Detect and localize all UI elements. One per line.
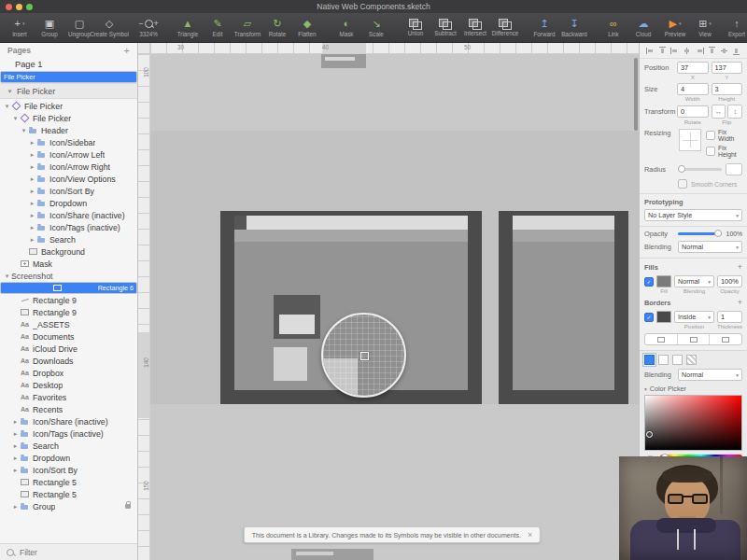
layers-header[interactable]: ▾ File Picker	[0, 83, 137, 99]
layer-row[interactable]: ▾File Picker	[0, 112, 137, 124]
fill-enabled-checkbox[interactable]	[644, 277, 654, 287]
layer-row[interactable]: ▸Dropdown	[0, 197, 137, 209]
transform-button[interactable]: ▱Transform	[233, 18, 261, 37]
union-button[interactable]: Union	[402, 19, 430, 36]
flatten-button[interactable]: ◆Flatten	[293, 18, 321, 37]
add-border-button[interactable]: +	[738, 298, 742, 307]
pixel-window-left-titlebar[interactable]	[234, 216, 468, 230]
color-cursor[interactable]	[646, 431, 653, 438]
solid-color-swatch-selected[interactable]	[644, 355, 655, 365]
add-page-button[interactable]: +	[124, 45, 130, 56]
height-field[interactable]	[712, 83, 743, 95]
disclosure-icon[interactable]: ▸	[28, 139, 36, 147]
layer-row[interactable]: AaFavorites	[0, 391, 137, 403]
pixel-window-right-toolbar[interactable]	[513, 230, 614, 242]
layer-row[interactable]: AaDownloads	[0, 355, 137, 367]
layer-row[interactable]: Aa_ASSETS	[0, 318, 137, 330]
layer-row[interactable]: Rectangle 9	[0, 294, 137, 306]
layer-row[interactable]: ▸Icon/Tags (inactive)	[0, 221, 137, 233]
distribute-vertical-icon[interactable]	[658, 47, 667, 55]
minimize-window-button[interactable]	[16, 4, 22, 10]
border-option-button[interactable]	[710, 334, 741, 344]
color-swatch[interactable]	[658, 355, 669, 365]
layer-row[interactable]: ▸Icon/Sidebar	[0, 136, 137, 148]
disclosure-icon[interactable]: ▸	[28, 188, 36, 195]
disclosure-icon[interactable]: ▾	[3, 273, 11, 280]
position-y-field[interactable]	[712, 62, 743, 74]
disclosure-icon[interactable]: ▾	[3, 103, 11, 110]
fix-height-checkbox[interactable]	[706, 147, 715, 156]
export-button[interactable]: ↑Export	[723, 18, 747, 37]
intersect-button[interactable]: Intersect	[461, 19, 489, 36]
page-item[interactable]: File Picker	[0, 71, 137, 83]
forward-button[interactable]: ↥Forward	[530, 18, 558, 37]
border-option-button[interactable]	[645, 334, 678, 344]
layer-style-select[interactable]: No Layer Style	[644, 209, 742, 221]
saturation-brightness-area[interactable]	[644, 395, 742, 451]
edit-button[interactable]: ✎Edit	[204, 18, 232, 37]
layer-row[interactable]: ▸Icon/Tags (inactive)	[0, 427, 137, 440]
zoom-out-button[interactable]: −	[138, 18, 143, 30]
position-x-field[interactable]	[677, 62, 709, 74]
scale-button[interactable]: ↘Scale	[362, 18, 390, 37]
rotate-field[interactable]	[677, 105, 709, 118]
border-enabled-checkbox[interactable]	[644, 313, 654, 322]
layer-row[interactable]: Rectangle 5	[0, 476, 137, 488]
radius-slider[interactable]	[678, 168, 722, 171]
disclosure-icon[interactable]: ▸	[11, 503, 20, 511]
disclosure-icon[interactable]: ▸	[28, 151, 36, 159]
layer-row[interactable]: Rectangle 9	[0, 306, 137, 318]
layer-row[interactable]: ▸Icon/Arrow Left	[0, 148, 137, 161]
subtract-button[interactable]: Subtract	[431, 19, 459, 36]
border-color-swatch[interactable]	[656, 311, 671, 323]
mask-button[interactable]: ◐Mask	[332, 18, 360, 37]
disclosure-icon[interactable]: ▸	[11, 455, 20, 462]
layer-row[interactable]: ▾Screenshot	[0, 270, 137, 282]
disclosure-icon[interactable]: ▾	[11, 115, 20, 122]
layer-row[interactable]: ▸Dropdown	[0, 452, 137, 464]
border-option-button[interactable]	[678, 334, 711, 344]
color-swatch[interactable]	[672, 355, 683, 365]
layer-row[interactable]: ▸Search	[0, 440, 137, 452]
layer-row[interactable]: ▸Icon/View Options	[0, 173, 137, 185]
disclosure-icon[interactable]: ▸	[28, 236, 36, 244]
disclosure-icon[interactable]: ▸	[28, 212, 36, 219]
v-ruler[interactable]: 100140150	[138, 54, 150, 560]
resizing-pin-widget[interactable]	[679, 129, 701, 151]
fullscreen-window-button[interactable]	[26, 4, 33, 10]
pixel-loupe-magnifier[interactable]	[321, 313, 406, 398]
disclosure-icon[interactable]: ▸	[28, 200, 36, 207]
backward-button[interactable]: ↧Backward	[560, 18, 588, 37]
opacity-slider[interactable]	[678, 232, 722, 235]
layer-row[interactable]: ▸Search	[0, 233, 137, 245]
fill-color-swatch[interactable]	[656, 275, 671, 287]
zoom-button[interactable]: −+3324%	[134, 18, 162, 37]
flip-vertical-button[interactable]	[727, 105, 742, 119]
layer-row[interactable]: Mask	[0, 258, 137, 270]
smooth-corners-checkbox[interactable]	[678, 179, 687, 189]
fill-blend-select[interactable]: Normal	[674, 275, 714, 287]
align-middle-vertical-icon[interactable]	[720, 47, 728, 55]
triangle-button[interactable]: ▲Triangle	[174, 18, 202, 37]
align-right-icon[interactable]	[696, 47, 704, 55]
cloud-button[interactable]: ☁Cloud	[629, 18, 657, 37]
pixel-light-block-a[interactable]	[279, 315, 315, 334]
layer-row[interactable]: ▸Icon/Share (inactive)	[0, 209, 137, 221]
difference-button[interactable]: Difference	[491, 19, 519, 36]
pixel-window-right-content[interactable]	[513, 242, 614, 390]
group-button[interactable]: ▣Group	[35, 18, 63, 37]
layer-row[interactable]: Background	[0, 245, 137, 258]
border-thickness-field[interactable]	[717, 311, 742, 323]
disclosure-icon[interactable]: ▸	[28, 163, 36, 171]
disclosure-icon[interactable]: ▸	[11, 430, 20, 438]
border-position-select[interactable]: Inside	[674, 311, 714, 323]
filter-input[interactable]	[18, 547, 131, 558]
layer-row[interactable]: AaiCloud Drive	[0, 343, 137, 355]
layer-row[interactable]: Rectangle 5	[0, 488, 137, 500]
layer-row[interactable]: AaRecents	[0, 403, 137, 415]
layer-row[interactable]: ▸Icon/Share (inactive)	[0, 415, 137, 427]
fix-width-checkbox[interactable]	[706, 131, 715, 140]
picker-blending-select[interactable]: Normal	[678, 369, 742, 381]
layer-row[interactable]: ▸Icon/Arrow Right	[0, 161, 137, 173]
layer-row[interactable]: ▾File Picker	[0, 100, 137, 112]
